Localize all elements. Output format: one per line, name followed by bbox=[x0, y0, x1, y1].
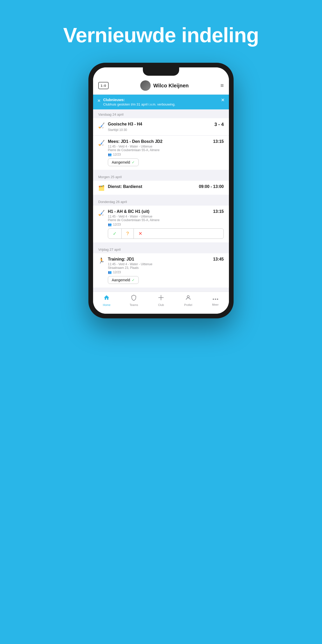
nav-label-profiel: Profiel bbox=[184, 303, 192, 306]
service-icon: 🗂️ bbox=[98, 185, 105, 191]
nav-item-teams[interactable]: Teams bbox=[120, 295, 148, 306]
service-title: Dienst: Bardienst bbox=[108, 184, 142, 189]
banner-body: Clubhuis gesloten t/m 31 april i.v.m. ve… bbox=[103, 102, 218, 106]
btn-maybe[interactable]: ? bbox=[122, 229, 134, 239]
event-sub: Starttijd 10:30 bbox=[108, 128, 224, 132]
event-location-training: Straatnaam 23, Plaats bbox=[108, 266, 224, 270]
event-title-row-h1: H1 - AH & BC H1 (uit) 13:15 bbox=[108, 209, 224, 214]
svg-point-4 bbox=[215, 299, 216, 300]
more-icon bbox=[212, 295, 219, 302]
event-time-1: 13:15 bbox=[213, 139, 224, 144]
event-title-row-training: Training: JD1 13:45 bbox=[108, 257, 224, 262]
section-divider-2 bbox=[93, 242, 229, 244]
home-icon bbox=[103, 295, 110, 302]
person-icon bbox=[185, 295, 191, 302]
event-card: 🏑 Gooische H3 - H4 3 - 4 Starttijd 10:30 bbox=[93, 118, 229, 136]
nav-label-teams: Teams bbox=[130, 303, 138, 306]
phone-screen: 1:0 Wilco Kleijnen ≡ ✕ Clubnieuws: Clubh… bbox=[93, 67, 229, 314]
cards-section-0: 🏑 Gooische H3 - H4 3 - 4 Starttijd 10:30… bbox=[93, 118, 229, 170]
bottom-spacer bbox=[93, 288, 229, 292]
btn-yes[interactable]: ✓ bbox=[108, 229, 122, 239]
svg-point-3 bbox=[213, 299, 214, 300]
cards-section-3: 🏃 Training: JD1 13:45 11:45 - Veld 4 - W… bbox=[93, 253, 229, 288]
service-time: 09:00 - 13:00 bbox=[199, 184, 224, 189]
match-icon-1: 🏑 bbox=[98, 140, 105, 146]
score-icon-label: 1:0 bbox=[101, 84, 106, 88]
cards-section-2: 🏑 H1 - AH & BC H1 (uit) 13:15 11:45 - Ve… bbox=[93, 206, 229, 242]
btn-aangemeld-1[interactable]: Aangemeld ✓ bbox=[108, 158, 139, 166]
aangemeld-label-training: Aangemeld bbox=[112, 278, 130, 282]
shield-icon bbox=[131, 295, 137, 302]
event-sub-1: 11:45 - Veld 4 - Water - Uittenue bbox=[108, 145, 224, 148]
section-divider-1 bbox=[93, 195, 229, 197]
event-score: 3 - 4 bbox=[214, 122, 224, 127]
club-news-banner: ✕ Clubnieuws: Clubhuis gesloten t/m 31 a… bbox=[93, 95, 229, 109]
players-icon-h1: 👥 bbox=[108, 223, 112, 226]
btn-aangemeld-training[interactable]: Aangemeld ✓ bbox=[108, 276, 139, 284]
event-card-h1: 🏑 H1 - AH & BC H1 (uit) 13:15 11:45 - Ve… bbox=[93, 206, 229, 242]
nav-item-meer[interactable]: Meer bbox=[202, 295, 229, 306]
banner-title: Clubnieuws: bbox=[103, 98, 218, 102]
score-icon[interactable]: 1:0 bbox=[98, 82, 109, 89]
header-user: Wilco Kleijnen bbox=[140, 80, 189, 91]
players-count-h1: 12/23 bbox=[113, 223, 121, 226]
players-count-1: 12/23 bbox=[113, 153, 121, 156]
avatar-image bbox=[140, 80, 151, 91]
phone-frame: 1:0 Wilco Kleijnen ≡ ✕ Clubnieuws: Clubh… bbox=[88, 63, 234, 318]
aangemeld-check-training: ✓ bbox=[132, 278, 135, 282]
event-title-row-1: Mees: JD1 - Den Bosch JD2 13:15 bbox=[108, 139, 224, 144]
banner-text: Clubnieuws: Clubhuis gesloten t/m 31 apr… bbox=[103, 98, 218, 106]
nav-label-meer: Meer bbox=[212, 303, 219, 306]
section-header-0: Vandaag 24 april bbox=[93, 109, 229, 118]
scroll-area: Vandaag 24 april 🏑 Gooische H3 - H4 3 - … bbox=[93, 109, 229, 292]
event-title-row: Gooische H3 - H4 3 - 4 bbox=[108, 122, 224, 127]
btn-no[interactable]: ✕ bbox=[134, 229, 147, 239]
nav-item-home[interactable]: Home bbox=[93, 295, 120, 306]
page-title: Vernieuwde indeling bbox=[63, 23, 259, 47]
event-info-h1: H1 - AH & BC H1 (uit) 13:15 11:45 - Veld… bbox=[108, 209, 224, 239]
players-icon-training: 👥 bbox=[108, 270, 112, 274]
service-title-row: Dienst: Bardienst 09:00 - 13:00 bbox=[108, 184, 224, 189]
nav-label-club: Club bbox=[158, 303, 164, 306]
section-label-1: Morgen 25 april bbox=[98, 175, 122, 179]
event-title-training: Training: JD1 bbox=[108, 257, 134, 262]
cards-section-1: 🗂️ Dienst: Bardienst 09:00 - 13:00 bbox=[93, 181, 229, 195]
nav-label-home: Home bbox=[103, 303, 110, 306]
aangemeld-check-1: ✓ bbox=[132, 160, 135, 164]
nav-item-profiel[interactable]: Profiel bbox=[174, 295, 202, 306]
app-content: 1:0 Wilco Kleijnen ≡ ✕ Clubnieuws: Clubh… bbox=[93, 67, 229, 314]
avatar[interactable] bbox=[140, 80, 151, 91]
event-info: Gooische H3 - H4 3 - 4 Starttijd 10:30 bbox=[108, 122, 224, 132]
event-time-h1: 13:15 bbox=[213, 209, 224, 214]
svg-point-2 bbox=[187, 296, 189, 298]
banner-close-icon[interactable]: ✕ bbox=[221, 97, 225, 103]
event-title-h1: H1 - AH & BC H1 (uit) bbox=[108, 209, 149, 214]
event-info-training: Training: JD1 13:45 11:45 - Veld 4 - Wat… bbox=[108, 257, 224, 284]
aangemeld-label-1: Aangemeld bbox=[112, 160, 130, 164]
club-icon bbox=[158, 295, 164, 302]
event-location-h1: Pierre de Coubertinlaan 55-A, Almere bbox=[108, 218, 224, 222]
section-label-2: Donderdag 26 april bbox=[98, 200, 127, 204]
banner-x-icon[interactable]: ✕ bbox=[97, 98, 101, 103]
user-name: Wilco Kleijnen bbox=[153, 83, 189, 89]
event-players-row-training: 👥 12/23 bbox=[108, 270, 224, 274]
section-header-3: Vrijdag 27 april bbox=[93, 244, 229, 253]
section-divider-0 bbox=[93, 170, 229, 172]
event-card-1: 🏑 Mees: JD1 - Den Bosch JD2 13:15 11:45 … bbox=[93, 136, 229, 170]
players-count-training: 12/23 bbox=[113, 270, 121, 274]
match-icon: 🏑 bbox=[98, 122, 105, 129]
notch bbox=[143, 67, 179, 76]
players-icon-1: 👥 bbox=[108, 153, 112, 156]
filter-icon[interactable]: ≡ bbox=[220, 82, 224, 89]
training-icon: 🏃 bbox=[98, 257, 105, 264]
event-card-training: 🏃 Training: JD1 13:45 11:45 - Veld 4 - W… bbox=[93, 253, 229, 288]
service-info: Dienst: Bardienst 09:00 - 13:00 bbox=[108, 184, 224, 189]
nav-item-club[interactable]: Club bbox=[148, 295, 175, 306]
event-players-row-1: 👥 12/23 bbox=[108, 153, 224, 156]
bottom-nav: Home Teams bbox=[93, 292, 229, 314]
section-header-1: Morgen 25 april bbox=[93, 172, 229, 181]
svg-point-5 bbox=[217, 299, 218, 300]
section-header-2: Donderdag 26 april bbox=[93, 197, 229, 206]
event-actions-1: Aangemeld ✓ bbox=[108, 158, 224, 166]
rsvp-group: ✓ ? ✕ bbox=[108, 228, 224, 239]
